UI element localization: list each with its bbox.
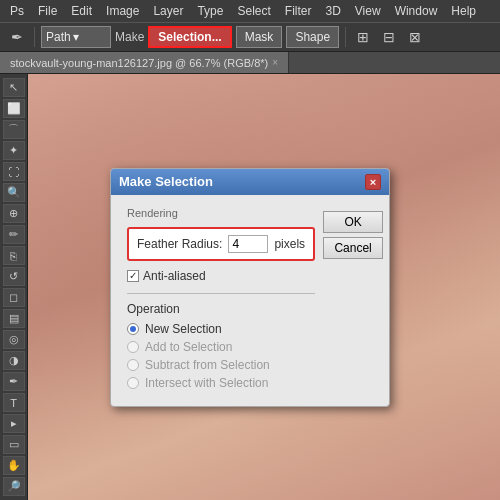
radio-add-selection-label: Add to Selection (145, 340, 232, 354)
radio-new-selection-label: New Selection (145, 322, 222, 336)
menu-filter[interactable]: Filter (279, 2, 318, 20)
antialias-checkbox[interactable]: ✓ (127, 270, 139, 282)
radio-row-subtract: Subtract from Selection (127, 358, 315, 372)
tab-close-icon[interactable]: × (272, 57, 278, 68)
menu-window[interactable]: Window (389, 2, 444, 20)
align-icon-2[interactable]: ⊟ (378, 26, 400, 48)
menu-bar: Ps File Edit Image Layer Type Select Fil… (0, 0, 500, 22)
radio-subtract-selection[interactable] (127, 359, 139, 371)
antialias-label: Anti-aliased (143, 269, 206, 283)
feather-radius-row: Feather Radius: pixels (127, 227, 315, 261)
radio-subtract-selection-label: Subtract from Selection (145, 358, 270, 372)
cancel-button[interactable]: Cancel (323, 237, 383, 259)
feather-radius-input[interactable] (228, 235, 268, 253)
ok-button[interactable]: OK (323, 211, 383, 233)
tab-filename: stockvault-young-man126127.jpg @ 66.7% (… (10, 57, 268, 69)
selection-button[interactable]: Selection... (148, 26, 231, 48)
radio-row-intersect: Intersect with Selection (127, 376, 315, 390)
dialog-layout: Rendering Feather Radius: pixels ✓ Anti-… (127, 207, 373, 394)
canvas-area: ↖ ⬜ ⌒ ✦ ⛶ 🔍 ⊕ ✏ ⎘ ↺ ◻ ▤ ◎ ◑ ✒ T ▸ ▭ ✋ 🔎 … (0, 74, 500, 500)
chevron-down-icon: ▾ (73, 30, 79, 44)
mask-button[interactable]: Mask (236, 26, 283, 48)
feather-unit: pixels (274, 237, 305, 251)
dialog-close-button[interactable]: × (365, 174, 381, 190)
menu-help[interactable]: Help (445, 2, 482, 20)
dialog-title-bar: Make Selection × (111, 169, 389, 195)
dialog-title: Make Selection (119, 174, 213, 189)
modal-overlay: Make Selection × Rendering Feather Radiu… (0, 74, 500, 500)
pen-tool-icon[interactable]: ✒ (6, 26, 28, 48)
align-icon-1[interactable]: ⊞ (352, 26, 374, 48)
toolbar: ✒ Path ▾ Make Selection... Mask Shape ⊞ … (0, 22, 500, 52)
radio-new-selection[interactable] (127, 323, 139, 335)
path-dropdown[interactable]: Path ▾ (41, 26, 111, 48)
feather-label: Feather Radius: (137, 237, 222, 251)
radio-row-new: New Selection (127, 322, 315, 336)
shape-button[interactable]: Shape (286, 26, 339, 48)
make-selection-dialog: Make Selection × Rendering Feather Radiu… (110, 168, 390, 407)
path-dropdown-label: Path (46, 30, 71, 44)
dialog-body: Rendering Feather Radius: pixels ✓ Anti-… (111, 195, 389, 406)
dialog-buttons: OK Cancel (323, 207, 383, 394)
align-icon-3[interactable]: ⊠ (404, 26, 426, 48)
menu-layer[interactable]: Layer (147, 2, 189, 20)
menu-3d[interactable]: 3D (319, 2, 346, 20)
toolbar-sep-2 (345, 27, 346, 47)
make-label: Make (115, 30, 144, 44)
menu-select[interactable]: Select (231, 2, 276, 20)
radio-row-add: Add to Selection (127, 340, 315, 354)
antialias-row: ✓ Anti-aliased (127, 269, 315, 283)
radio-add-selection[interactable] (127, 341, 139, 353)
document-tab[interactable]: stockvault-young-man126127.jpg @ 66.7% (… (0, 52, 289, 73)
menu-ps[interactable]: Ps (4, 2, 30, 20)
menu-view[interactable]: View (349, 2, 387, 20)
menu-edit[interactable]: Edit (65, 2, 98, 20)
menu-image[interactable]: Image (100, 2, 145, 20)
dialog-main: Rendering Feather Radius: pixels ✓ Anti-… (127, 207, 315, 394)
menu-file[interactable]: File (32, 2, 63, 20)
radio-intersect-selection[interactable] (127, 377, 139, 389)
menu-type[interactable]: Type (191, 2, 229, 20)
rendering-label: Rendering (127, 207, 315, 219)
tab-bar: stockvault-young-man126127.jpg @ 66.7% (… (0, 52, 500, 74)
operation-label: Operation (127, 302, 315, 316)
radio-intersect-selection-label: Intersect with Selection (145, 376, 268, 390)
toolbar-sep-1 (34, 27, 35, 47)
divider (127, 293, 315, 294)
